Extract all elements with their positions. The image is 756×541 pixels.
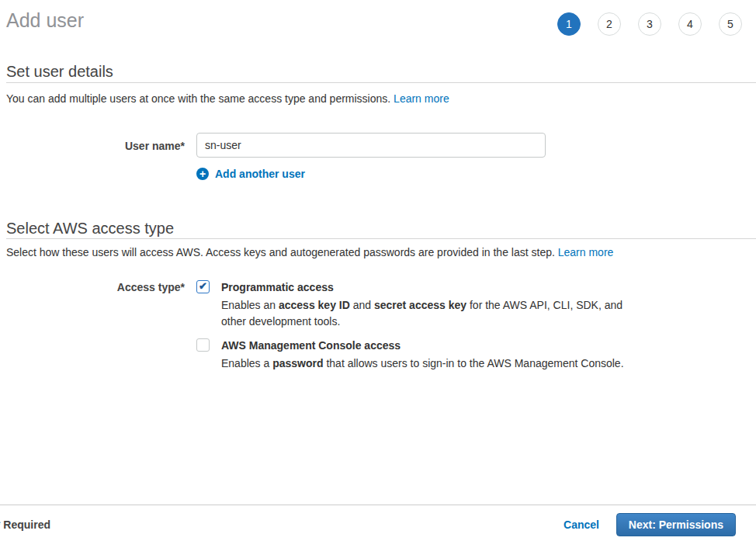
desc-text: and <box>350 299 374 311</box>
checkbox-console-access[interactable] <box>196 338 210 352</box>
desc-text: Enables an <box>221 299 279 311</box>
page-title: Add user <box>6 8 84 33</box>
desc-text: that allows users to sign-in to the AWS … <box>324 357 624 369</box>
divider <box>6 238 756 239</box>
add-another-user-button[interactable]: + Add another user <box>196 168 305 180</box>
access-type-description-text: Select how these users will access AWS. … <box>6 246 555 258</box>
desc-text: Enables a <box>221 357 272 369</box>
programmatic-access-title: Programmatic access <box>221 281 334 293</box>
access-type-label: Access type* <box>6 281 185 293</box>
footer-divider <box>0 505 756 505</box>
required-note: * Required <box>0 518 50 531</box>
console-access-title: AWS Management Console access <box>221 339 401 352</box>
learn-more-link-access-type[interactable]: Learn more <box>558 246 614 258</box>
username-label: User name* <box>6 140 185 152</box>
section-heading-user-details: Set user details <box>6 62 113 81</box>
cancel-button[interactable]: Cancel <box>564 518 599 531</box>
section-heading-access-type: Select AWS access type <box>6 219 174 238</box>
next-permissions-button[interactable]: Next: Permissions <box>616 513 736 536</box>
desc-bold: secret access key <box>374 299 466 311</box>
step-4-indicator: 4 <box>678 12 702 36</box>
step-2-indicator: 2 <box>598 12 621 36</box>
step-1-indicator: 1 <box>557 12 581 36</box>
wizard-step-indicator: 1 2 3 4 5 <box>557 12 742 36</box>
divider <box>6 82 756 83</box>
step-5-indicator: 5 <box>719 12 742 36</box>
desc-bold: access key ID <box>279 299 350 311</box>
user-details-description-text: You can add multiple users at once with … <box>6 92 390 105</box>
add-another-user-label: Add another user <box>215 168 305 180</box>
checkbox-programmatic-access[interactable]: ✔ <box>196 280 210 293</box>
check-icon: ✔ <box>199 281 207 291</box>
access-type-description: Select how these users will access AWS. … <box>6 246 613 259</box>
learn-more-link-user-details[interactable]: Learn more <box>394 92 449 105</box>
user-details-description: You can add multiple users at once with … <box>6 92 449 106</box>
desc-bold: password <box>272 357 323 369</box>
step-3-indicator: 3 <box>638 12 661 36</box>
add-user-page: Add user 1 2 3 4 5 Set user details You … <box>0 0 756 541</box>
required-label: Required <box>3 518 50 531</box>
plus-icon: + <box>196 168 209 180</box>
console-access-description: Enables a password that allows users to … <box>221 355 687 372</box>
username-input[interactable] <box>196 133 546 158</box>
programmatic-access-description: Enables an access key ID and secret acce… <box>221 297 630 330</box>
